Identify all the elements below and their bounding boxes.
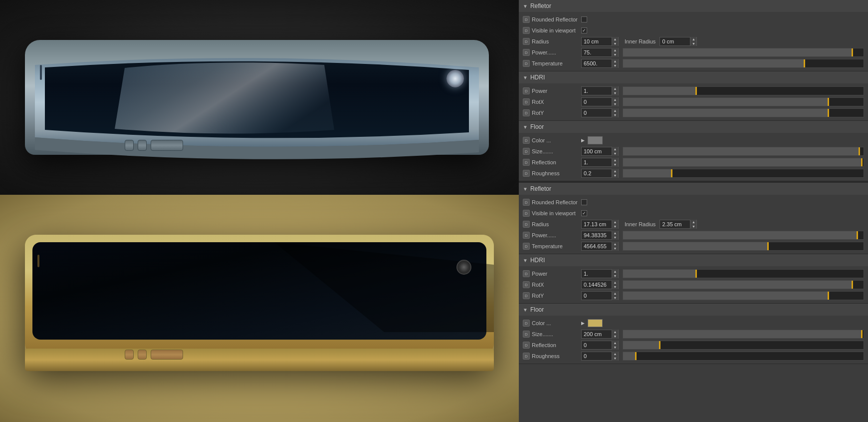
hdri-bottom-header[interactable]: ▼ HDRI <box>519 254 868 266</box>
floor-color-swatch-bottom[interactable] <box>588 319 603 327</box>
hdri-power-top-icon[interactable]: D <box>523 87 530 94</box>
power-top-down[interactable]: ▼ <box>612 52 618 57</box>
temperature-bottom-up[interactable]: ▲ <box>612 242 618 246</box>
power-top-icon[interactable]: D <box>523 49 530 56</box>
inner-radius-bottom-up[interactable]: ▲ <box>690 220 696 224</box>
rounded-reflector-bottom-icon[interactable]: D <box>523 199 530 206</box>
power-top-up[interactable]: ▲ <box>612 48 618 52</box>
floor-roughness-bottom-icon[interactable]: D <box>523 353 530 360</box>
rounded-reflector-bottom-checkbox[interactable] <box>581 199 587 205</box>
floor-roughness-bottom-down[interactable]: ▼ <box>612 356 618 361</box>
hdri-rotx-bottom-stepper[interactable]: 0.144526 ▲ ▼ <box>581 280 619 289</box>
rounded-reflector-top-icon[interactable]: D <box>523 16 530 23</box>
hdri-rotx-top-up[interactable]: ▲ <box>612 97 618 102</box>
inner-radius-bottom-stepper[interactable]: 2.35 cm ▲ ▼ <box>659 220 697 229</box>
power-bottom-icon[interactable]: D <box>523 232 530 239</box>
visible-viewport-top-icon[interactable]: D <box>523 27 530 34</box>
power-bottom-stepper[interactable]: 94.38335 ▲ ▼ <box>581 231 619 240</box>
power-top-stepper[interactable]: 75. ▲ ▼ <box>581 48 619 57</box>
radius-top-icon[interactable]: D <box>523 38 530 45</box>
rounded-reflector-top-checkbox[interactable] <box>581 16 587 22</box>
temperature-top-stepper[interactable]: 6500. ▲ ▼ <box>581 59 619 68</box>
power-top-slider[interactable] <box>623 48 864 57</box>
hdri-roty-bottom-stepper[interactable]: 0 ▲ ▼ <box>581 291 619 300</box>
hdri-roty-top-stepper[interactable]: 0 ▲ ▼ <box>581 108 619 117</box>
hdri-roty-top-down[interactable]: ▼ <box>612 113 618 117</box>
floor-roughness-top-slider[interactable] <box>623 169 864 178</box>
hdri-roty-bottom-down[interactable]: ▼ <box>612 296 618 300</box>
floor-size-bottom-down[interactable]: ▼ <box>612 334 618 339</box>
inner-radius-top-up[interactable]: ▲ <box>690 37 696 41</box>
floor-size-top-icon[interactable]: D <box>523 148 530 155</box>
floor-color-swatch-top[interactable] <box>588 136 603 144</box>
hdri-power-bottom-slider[interactable] <box>623 269 864 278</box>
radius-bottom-stepper[interactable]: 17.13 cm ▲ ▼ <box>581 220 619 229</box>
floor-size-bottom-slider[interactable] <box>623 330 864 339</box>
radius-top-up[interactable]: ▲ <box>612 37 618 41</box>
hdri-rotx-top-down[interactable]: ▼ <box>612 102 618 106</box>
hdri-rotx-bottom-icon[interactable]: D <box>523 281 530 288</box>
visible-viewport-bottom-checkbox[interactable]: ✓ <box>581 210 587 216</box>
temperature-top-up[interactable]: ▲ <box>612 59 618 63</box>
hdri-top-header[interactable]: ▼ HDRI <box>519 71 868 83</box>
power-bottom-up[interactable]: ▲ <box>612 231 618 235</box>
hdri-power-bottom-stepper[interactable]: 1. ▲ ▼ <box>581 269 619 278</box>
floor-reflection-top-up[interactable]: ▲ <box>612 158 618 162</box>
temperature-top-slider[interactable] <box>623 59 864 68</box>
floor-size-top-up[interactable]: ▲ <box>612 147 618 151</box>
floor-top-header[interactable]: ▼ Floor <box>519 121 868 133</box>
floor-size-bottom-stepper[interactable]: 200 cm ▲ ▼ <box>581 330 619 339</box>
hdri-power-bottom-up[interactable]: ▲ <box>612 269 618 274</box>
floor-roughness-bottom-stepper[interactable]: 0 ▲ ▼ <box>581 352 619 361</box>
temperature-top-icon[interactable]: D <box>523 60 530 67</box>
radius-bottom-down[interactable]: ▼ <box>612 224 618 229</box>
floor-roughness-top-stepper[interactable]: 0.2 ▲ ▼ <box>581 169 619 178</box>
floor-reflection-bottom-down[interactable]: ▼ <box>612 345 618 350</box>
floor-roughness-top-up[interactable]: ▲ <box>612 169 618 173</box>
hdri-roty-bottom-slider[interactable] <box>623 291 864 300</box>
floor-roughness-top-down[interactable]: ▼ <box>612 173 618 178</box>
temperature-bottom-stepper[interactable]: 4564.655 ▲ ▼ <box>581 242 619 251</box>
hdri-rotx-bottom-down[interactable]: ▼ <box>612 285 618 289</box>
hdri-rotx-top-stepper[interactable]: 0 ▲ ▼ <box>581 97 619 106</box>
floor-size-top-slider[interactable] <box>623 147 864 156</box>
radius-bottom-icon[interactable]: D <box>523 221 530 228</box>
inner-radius-top-stepper[interactable]: 0 cm ▲ ▼ <box>659 37 697 46</box>
hdri-power-top-slider[interactable] <box>623 86 864 95</box>
power-bottom-slider[interactable] <box>623 231 864 240</box>
hdri-rotx-top-slider[interactable] <box>623 97 864 106</box>
hdri-power-top-stepper[interactable]: 1. ▲ ▼ <box>581 86 619 95</box>
floor-color-top-icon[interactable]: D <box>523 137 530 144</box>
floor-size-top-down[interactable]: ▼ <box>612 151 618 156</box>
hdri-roty-top-icon[interactable]: D <box>523 109 530 116</box>
hdri-power-bottom-down[interactable]: ▼ <box>612 274 618 278</box>
hdri-power-bottom-icon[interactable]: D <box>523 270 530 277</box>
floor-reflection-top-icon[interactable]: D <box>523 159 530 166</box>
floor-reflection-bottom-stepper[interactable]: 0 ▲ ▼ <box>581 341 619 350</box>
floor-reflection-bottom-up[interactable]: ▲ <box>612 341 618 345</box>
floor-roughness-bottom-up[interactable]: ▲ <box>612 352 618 356</box>
floor-size-bottom-up[interactable]: ▲ <box>612 330 618 334</box>
hdri-roty-bottom-icon[interactable]: D <box>523 292 530 299</box>
inner-radius-top-down[interactable]: ▼ <box>690 41 696 46</box>
floor-reflection-bottom-icon[interactable]: D <box>523 342 530 349</box>
temperature-bottom-down[interactable]: ▼ <box>612 246 618 251</box>
hdri-power-top-up[interactable]: ▲ <box>612 86 618 91</box>
floor-color-bottom-icon[interactable]: D <box>523 320 530 327</box>
floor-roughness-bottom-slider[interactable] <box>623 352 864 361</box>
hdri-roty-top-up[interactable]: ▲ <box>612 108 618 113</box>
floor-reflection-top-down[interactable]: ▼ <box>612 162 618 167</box>
floor-reflection-top-stepper[interactable]: 1. ▲ ▼ <box>581 158 619 167</box>
hdri-roty-bottom-up[interactable]: ▲ <box>612 291 618 296</box>
hdri-power-top-down[interactable]: ▼ <box>612 91 618 95</box>
floor-bottom-header[interactable]: ▼ Floor <box>519 304 868 316</box>
radius-top-down[interactable]: ▼ <box>612 41 618 46</box>
floor-roughness-top-icon[interactable]: D <box>523 170 530 177</box>
temperature-bottom-slider[interactable] <box>623 242 864 251</box>
hdri-rotx-bottom-up[interactable]: ▲ <box>612 280 618 285</box>
floor-reflection-top-slider[interactable] <box>623 158 864 167</box>
refletor-top-header[interactable]: ▼ Refletor <box>519 0 868 12</box>
temperature-bottom-icon[interactable]: D <box>523 243 530 250</box>
hdri-roty-top-slider[interactable] <box>623 108 864 117</box>
hdri-rotx-bottom-slider[interactable] <box>623 280 864 289</box>
